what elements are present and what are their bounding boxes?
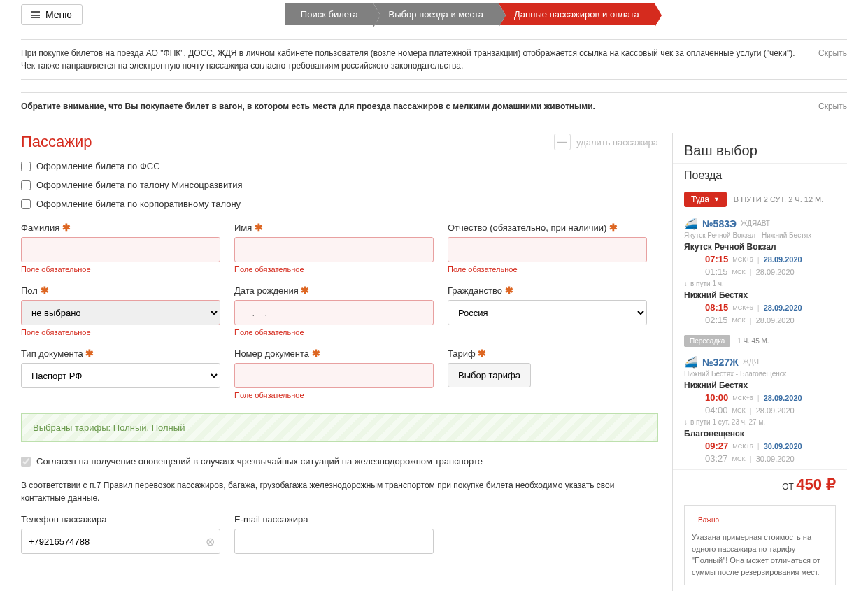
dob-input[interactable] — [234, 300, 434, 325]
email-label: E-mail пассажира — [234, 514, 434, 525]
train-company: ЖДЯ — [743, 358, 759, 366]
checkbox-fss[interactable]: Оформление билета по ФСС — [21, 161, 658, 171]
important-label: Важно — [692, 513, 725, 527]
docnum-label: Номер документа ✱ — [234, 348, 434, 359]
important-text: Указана примерная стоимость на одного па… — [692, 532, 828, 578]
checkbox-corp[interactable]: Оформление билета по корпоративному тало… — [21, 199, 658, 209]
docnum-error: Поле обязательное — [234, 391, 434, 399]
passenger-title: Пассажир — [21, 133, 92, 151]
transfer-time: 1 Ч. 45 М. — [737, 337, 769, 345]
important-box: Важно Указана примерная стоимость на одн… — [684, 505, 836, 585]
firstname-error: Поле обязательное — [234, 265, 434, 273]
crumb-select[interactable]: Выбор поезда и места — [373, 3, 499, 25]
arrival-station: Нижний Бестях — [684, 290, 836, 300]
menu-label: Меню — [45, 9, 72, 20]
price: ОТ 450 ₽ — [673, 469, 847, 499]
train-number[interactable]: №327Ж — [702, 357, 739, 368]
crumb-search[interactable]: Поиск билета — [285, 3, 373, 25]
citizenship-select[interactable]: Россия — [448, 300, 647, 325]
menu-button[interactable]: Меню — [21, 4, 83, 25]
middlename-input[interactable] — [448, 237, 647, 262]
delete-passenger-label: удалить пассажира — [576, 137, 658, 148]
doctype-select[interactable]: Паспорт РФ — [21, 363, 220, 388]
crumb-passenger: Данные пассажиров и оплата — [499, 3, 655, 25]
train-1: 🚄 №583Э ЖДЯАВТ Якутск Речной Вокзал - Ни… — [673, 211, 847, 331]
checkbox-corp-input[interactable] — [21, 199, 31, 209]
notice-pets: Обратите внимание, что Вы покупаете биле… — [21, 92, 847, 120]
hide-link[interactable]: Скрыть — [818, 100, 847, 113]
citizenship-label: Гражданство ✱ — [448, 285, 647, 296]
sidebar: Ваш выбор Поезда Туда▼ В ПУТИ 2 СУТ. 2 Ч… — [672, 133, 847, 591]
notice-text: Обратите внимание, что Вы покупаете биле… — [21, 100, 804, 113]
delete-passenger-button: — удалить пассажира — [554, 134, 658, 150]
notice-text: При покупке билетов на поезда АО "ФПК", … — [21, 47, 804, 72]
arrow-down-icon: ↓ — [684, 280, 688, 287]
checkbox-fss-input[interactable] — [21, 162, 31, 171]
consent-input — [21, 457, 31, 467]
phone-input[interactable] — [21, 529, 220, 554]
tariff-button[interactable]: Выбор тарифа — [448, 363, 531, 387]
checkbox-minsoc-input[interactable] — [21, 180, 31, 190]
clear-phone-icon[interactable]: ⊗ — [206, 535, 215, 548]
departure-station: Якутск Речной Вокзал — [684, 242, 836, 252]
sidebar-trains-title: Поезда — [673, 163, 847, 187]
hide-link[interactable]: Скрыть — [818, 47, 847, 59]
train-2: 🚄 №327Ж ЖДЯ Нижний Бестях - Благовещенск… — [673, 350, 847, 469]
arrow-down-icon: ↓ — [684, 418, 688, 426]
direction-badge[interactable]: Туда▼ — [684, 192, 727, 207]
middlename-label: Отчество (обязательно, при наличии) ✱ — [448, 222, 647, 233]
sidebar-title: Ваш выбор — [673, 133, 847, 163]
menu-icon — [31, 11, 40, 18]
checkbox-fss-label: Оформление билета по ФСС — [36, 161, 160, 171]
contact-info-text: В соответствии с п.7 Правил перевозок па… — [21, 479, 658, 504]
chevron-down-icon: ▼ — [713, 196, 720, 203]
travel-time: В ПУТИ 2 СУТ. 2 Ч. 12 М. — [734, 195, 823, 204]
doctype-label: Тип документа ✱ — [21, 348, 220, 359]
dob-label: Дата рождения ✱ — [234, 285, 434, 296]
lastname-input[interactable] — [21, 237, 220, 262]
train-icon: 🚄 — [684, 217, 698, 230]
train-route: Нижний Бестях - Благовещенск — [684, 370, 836, 378]
docnum-input[interactable] — [234, 363, 434, 388]
notice-receipt: При покупке билетов на поезда АО "ФПК", … — [21, 39, 847, 80]
breadcrumb: Поиск билета Выбор поезда и места Данные… — [285, 3, 655, 25]
lastname-label: Фамилия ✱ — [21, 222, 220, 233]
gender-select[interactable]: не выбрано — [21, 300, 220, 325]
train-icon: 🚄 — [684, 355, 698, 369]
train-company: ЖДЯАВТ — [741, 220, 770, 227]
arrival-station: Благовещенск — [684, 429, 836, 439]
train-route: Якутск Речной Вокзал - Нижний Бестях — [684, 232, 836, 239]
gender-label: Пол ✱ — [21, 285, 220, 296]
tariff-selected-box: Выбраны тарифы: Полный, Полный — [21, 413, 658, 442]
train-number[interactable]: №583Э — [702, 218, 737, 229]
minus-icon: — — [554, 134, 571, 150]
middlename-error: Поле обязательное — [448, 265, 647, 273]
lastname-error: Поле обязательное — [21, 265, 220, 273]
checkbox-minsoc[interactable]: Оформление билета по талону Минсоцразвит… — [21, 180, 658, 190]
consent-label: Согласен на получение оповещений в случа… — [36, 456, 483, 467]
email-input[interactable] — [234, 529, 434, 554]
tariff-label: Тариф ✱ — [448, 348, 647, 359]
departure-station: Нижний Бестях — [684, 380, 836, 390]
transfer-badge: Пересадка — [684, 335, 730, 347]
firstname-input[interactable] — [234, 237, 434, 262]
phone-label: Телефон пассажира — [21, 514, 220, 525]
firstname-label: Имя ✱ — [234, 222, 434, 233]
consent-checkbox[interactable]: Согласен на получение оповещений в случа… — [21, 456, 658, 467]
gender-error: Поле обязательное — [21, 328, 220, 336]
dob-error: Поле обязательное — [234, 328, 434, 336]
checkbox-minsoc-label: Оформление билета по талону Минсоцразвит… — [36, 180, 243, 190]
checkbox-corp-label: Оформление билета по корпоративному тало… — [36, 199, 241, 209]
